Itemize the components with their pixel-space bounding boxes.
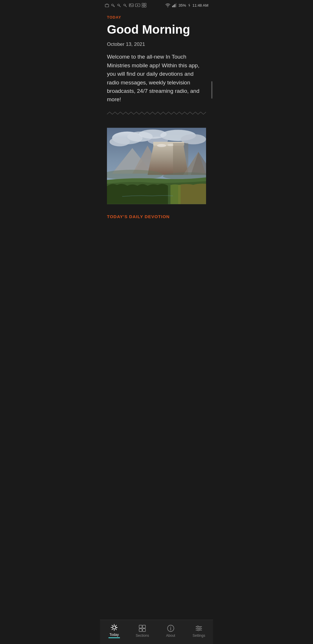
svg-point-32 [168,144,174,146]
mountain-image [107,122,206,209]
svg-rect-16 [176,3,176,7]
svg-point-2 [118,4,119,6]
svg-rect-10 [142,6,144,7]
svg-point-24 [139,129,167,139]
svg-line-43 [116,629,117,630]
svg-rect-59 [198,629,199,631]
date-text: October 13, 2021 [107,41,206,47]
nav-item-about[interactable]: About [161,624,181,638]
svg-point-3 [124,4,125,6]
svg-rect-15 [174,4,175,7]
svg-line-45 [112,629,113,630]
svg-rect-13 [172,6,173,7]
nav-today-wrapper: Today [104,623,124,638]
today-active-underline [108,637,120,638]
main-content: TODAY Good Morning October 13, 2021 Welc… [100,9,213,209]
nav-settings-label: Settings [193,634,205,638]
status-left-icons [105,3,146,8]
battery-text: 35% [179,3,186,8]
welcome-text: Welcome to the all-new In Touch Ministri… [107,53,206,104]
nav-item-sections[interactable]: Sections [132,624,152,638]
svg-point-22 [181,134,206,144]
nav-today-label: Today [110,633,119,637]
time-text: 11:48 AM [192,3,208,8]
today-label: TODAY [107,15,206,19]
svg-rect-58 [199,627,201,629]
svg-point-1 [112,4,113,6]
scrollbar [211,81,212,99]
nav-about-label: About [166,634,175,638]
nav-sections-label: Sections [136,634,149,638]
sections-icon [138,624,146,632]
svg-rect-8 [142,3,144,5]
greeting-title: Good Morning [107,23,206,36]
today-icon [110,623,118,632]
svg-rect-14 [173,5,174,7]
about-icon [167,624,175,632]
svg-line-44 [116,625,117,626]
bottom-nav: Today Sections About [100,620,213,644]
nav-item-settings[interactable]: Settings [189,624,209,638]
svg-rect-0 [105,4,109,7]
status-right-info: 35% 11:48 AM [165,3,208,8]
svg-point-53 [170,626,171,627]
svg-rect-48 [143,625,145,628]
svg-marker-7 [137,5,139,6]
status-bar: 35% 11:48 AM [100,0,213,9]
settings-icon [195,624,203,632]
svg-point-31 [157,144,166,147]
svg-line-42 [112,625,113,626]
svg-rect-9 [144,3,146,5]
svg-rect-47 [139,625,142,628]
svg-marker-30 [173,143,188,175]
svg-point-12 [168,7,168,7]
devotion-label: TODAY'S DAILY DEVOTION [100,209,213,219]
svg-rect-11 [144,6,146,7]
svg-rect-49 [139,629,142,632]
svg-rect-50 [143,629,145,632]
zigzag-divider [107,111,206,115]
svg-point-19 [110,137,130,146]
nav-item-today[interactable]: Today [104,623,124,637]
svg-rect-57 [197,626,199,627]
